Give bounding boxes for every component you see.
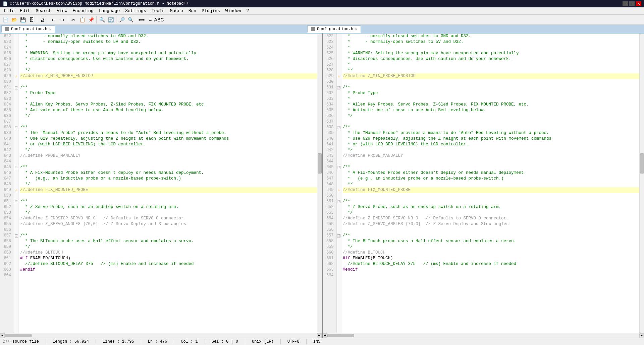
hscroll-left-left[interactable]: ◀ (0, 333, 5, 338)
editor-pane-left: 6226236246256266276286296306316326336346… (0, 33, 323, 338)
fold-icon-16[interactable]: □ (337, 126, 340, 129)
save-all-button[interactable]: 🗄 (28, 16, 36, 24)
spell-check-button[interactable]: ABC (155, 16, 163, 24)
menu-item-?[interactable]: ? (244, 8, 252, 14)
code-line-33: //#define Z_SERVO_ANGLES {70,0} // Z Ser… (20, 221, 317, 227)
hscroll-bar-left[interactable] (5, 334, 317, 338)
code-line-35: /** (343, 233, 640, 238)
marker-10 (14, 90, 18, 96)
replace-button[interactable]: 🔄 (107, 16, 115, 24)
code-view-right[interactable]: 6226236246256266276286296306316326336346… (323, 33, 644, 333)
marker-20 (14, 147, 18, 153)
hscroll-left-right[interactable]: ◀ (323, 333, 327, 338)
code-line-31: */ (20, 210, 317, 216)
code-view-left[interactable]: 6226236246256266276286296306316326336346… (0, 33, 322, 333)
fold-icon-35[interactable]: □ (15, 234, 18, 237)
maximize-button[interactable]: □ (629, 1, 635, 6)
hscroll-bar-right[interactable] (327, 334, 640, 338)
code-line-9: /** (20, 85, 317, 90)
code-line-26: */ (20, 182, 317, 187)
copy-button[interactable]: 📋 (78, 16, 86, 24)
hscroll-thumb-right[interactable] (327, 334, 354, 337)
marker-2 (337, 45, 341, 51)
menu-item-encoding[interactable]: Encoding (70, 8, 96, 14)
marker-4 (337, 56, 341, 62)
line-number-24: 646 (1, 170, 12, 176)
tab-left[interactable]: Configuration.h ✕ (1, 25, 55, 33)
menu-item-file[interactable]: File (1, 8, 17, 14)
fold-icon-35[interactable]: □ (337, 234, 340, 237)
tab-close-left[interactable]: ✕ (49, 27, 51, 31)
line-number-4: 626 (1, 56, 12, 62)
fold-icon-29[interactable]: □ (337, 200, 340, 203)
code-content-left[interactable]: * - normally-closed switches to GND and … (19, 33, 317, 333)
zoom-out-button[interactable]: 🔍 (126, 16, 135, 24)
vscroll-thumb-right[interactable] (640, 153, 644, 174)
tab-icon-right (311, 27, 315, 31)
marker-24 (14, 170, 18, 176)
code-line-25: * (e.g., an inductive probe or a nozzle-… (343, 176, 640, 182)
menu-item-view[interactable]: View (54, 8, 70, 14)
tab-close-right[interactable]: ✕ (355, 27, 357, 31)
fold-icon-23[interactable]: □ (337, 166, 340, 169)
marker-24 (337, 170, 341, 176)
menu-item-search[interactable]: Search (33, 8, 54, 14)
menu-item-edit[interactable]: Edit (17, 8, 33, 14)
line-number-23: 645 (324, 164, 335, 170)
new-button[interactable]: 📄 (1, 16, 9, 24)
fold-icon-9[interactable]: □ (337, 86, 340, 89)
fold-icon-9[interactable]: □ (15, 86, 18, 89)
redo-button[interactable]: ↪ (58, 16, 66, 24)
minimize-button[interactable]: — (623, 1, 628, 6)
marker-23: □ (337, 164, 341, 170)
line-number-40: 662 (324, 261, 335, 267)
toolbar-sep-4 (96, 16, 97, 23)
zoom-in-button[interactable]: 🔎 (118, 16, 126, 24)
editor-area: 6226236246256266276286296306316326336346… (0, 33, 644, 338)
menu-item-tools[interactable]: Tools (149, 8, 167, 14)
code-line-16: /** (343, 125, 640, 130)
print-button[interactable]: 🖨 (39, 16, 47, 24)
sync-scroll-button[interactable]: ⟺ (138, 16, 146, 24)
menu-item-run[interactable]: Run (186, 8, 199, 14)
hscroll-thumb-left[interactable] (5, 334, 32, 337)
line-number-10: 632 (324, 90, 335, 96)
code-line-27: //#define FIX_MOUNTED_PROBE (20, 187, 317, 193)
hscroll-right[interactable]: ◀▶ (323, 333, 644, 338)
find-button[interactable]: 🔍 (98, 16, 106, 24)
hscroll-right-right[interactable]: ▶ (639, 333, 644, 338)
save-button[interactable]: 💾 (19, 16, 27, 24)
marker-39 (14, 256, 18, 261)
close-button[interactable]: ✕ (636, 1, 641, 6)
menu-item-macro[interactable]: Macro (167, 8, 186, 14)
cut-button[interactable]: ✂ (69, 16, 77, 24)
line-number-19: 641 (1, 142, 12, 147)
menu-item-window[interactable]: Window (223, 8, 244, 14)
hscroll-left[interactable]: ◀▶ (0, 333, 322, 338)
fold-icon-16[interactable]: □ (15, 126, 18, 129)
fold-icon-29[interactable]: □ (15, 200, 18, 203)
marker-36 (337, 238, 341, 244)
tab-right[interactable]: Configuration.h ✕ (307, 25, 361, 33)
code-content-right[interactable]: * - normally-closed switches to GND and … (341, 33, 640, 333)
menu-item-settings[interactable]: Settings (122, 8, 149, 14)
hscroll-right-left[interactable]: ▶ (317, 333, 322, 338)
open-button[interactable]: 📂 (10, 16, 18, 24)
menu-item-language[interactable]: Language (96, 8, 122, 14)
vscroll-left[interactable] (317, 33, 322, 333)
code-line-37: */ (343, 244, 640, 250)
status-sep-2 (96, 339, 96, 344)
marker-40 (14, 261, 18, 267)
code-line-28 (343, 193, 640, 199)
marker-0 (14, 33, 18, 39)
code-line-30: * Z Servo Probe, such as an endstop swit… (20, 204, 317, 210)
menu-item-plugins[interactable]: Plugins (199, 8, 223, 14)
line-number-21: 643 (324, 153, 335, 159)
vscroll-right[interactable] (639, 33, 644, 333)
vscroll-thumb-left[interactable] (318, 153, 322, 174)
line-number-2: 624 (1, 45, 12, 51)
fold-icon-23[interactable]: □ (15, 166, 18, 169)
paste-button[interactable]: 📌 (87, 16, 95, 24)
sync-map-button[interactable]: ≡ (146, 16, 154, 24)
undo-button[interactable]: ↩ (50, 16, 58, 24)
